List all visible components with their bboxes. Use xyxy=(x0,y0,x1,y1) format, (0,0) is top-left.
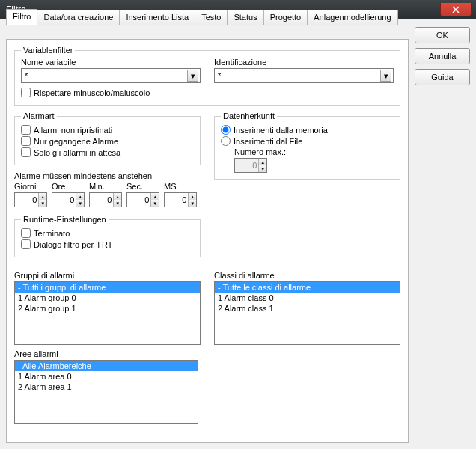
spin-up-icon[interactable]: ▲ xyxy=(150,193,159,200)
checkbox-non-ripristinati[interactable] xyxy=(21,125,31,135)
fieldset-variablenfilter: Variablenfilter Nome variabile * ▾ Ident xyxy=(14,46,400,106)
ok-button[interactable]: OK xyxy=(415,27,470,43)
input-sec[interactable] xyxy=(127,193,150,207)
label-classi: Classi di allarme xyxy=(214,271,400,280)
list-item[interactable]: 2 Alarm class 1 xyxy=(215,303,400,314)
spin-down-icon[interactable]: ▼ xyxy=(113,200,121,207)
spin-sec[interactable]: ▲▼ xyxy=(126,192,159,207)
spin-up-icon: ▲ xyxy=(258,159,266,165)
checkbox-terminato[interactable] xyxy=(21,228,31,238)
spin-up-icon[interactable]: ▲ xyxy=(76,193,84,200)
tab-testo[interactable]: Testo xyxy=(195,10,228,25)
spin-ore[interactable]: ▲▼ xyxy=(52,192,85,207)
checkbox-terminato-row[interactable]: Terminato xyxy=(21,228,194,238)
cancel-button[interactable]: Annulla xyxy=(415,48,470,64)
radio-file-row[interactable]: Inserimenti dal File xyxy=(221,136,394,146)
legend-runtime: Runtime-Einstellungen xyxy=(21,215,109,224)
label-gruppi: Gruppi di allarmi xyxy=(14,271,201,280)
tab-filtro[interactable]: Filtro xyxy=(6,9,37,25)
fieldset-datenherkunft: Datenherkunft Inserimenti dalla memoria … xyxy=(214,112,400,180)
listbox-classi[interactable]: - Tutte le classi di allarme 1 Alarm cla… xyxy=(214,281,400,345)
radio-memoria[interactable] xyxy=(221,125,231,135)
spin-down-icon[interactable]: ▼ xyxy=(188,200,196,207)
checkbox-attesa-row[interactable]: Solo gli allarmi in attesa xyxy=(21,147,194,157)
spin-ms[interactable]: ▲▼ xyxy=(164,192,197,207)
chevron-down-icon: ▾ xyxy=(380,70,391,82)
list-item[interactable]: 1 Alarm group 0 xyxy=(15,293,200,303)
input-numero-max xyxy=(235,159,258,172)
tab-strip: Filtro Data/ora creazione Inserimento Li… xyxy=(6,9,397,24)
label-identificazione: Identificazione xyxy=(214,58,394,67)
label-aree: Aree allarmi xyxy=(14,349,400,358)
spin-down-icon[interactable]: ▼ xyxy=(38,200,46,207)
radio-memoria-row[interactable]: Inserimenti dalla memoria xyxy=(221,125,394,135)
label-nome-variabile: Nome variabile xyxy=(21,58,201,67)
legend-alarmart: Alarmart xyxy=(21,112,57,120)
chevron-down-icon: ▾ xyxy=(187,70,198,82)
checkbox-dialogo-rt[interactable] xyxy=(21,239,31,249)
dropdown-identificazione[interactable]: * ▾ xyxy=(214,68,394,83)
input-min[interactable] xyxy=(90,193,113,207)
help-button[interactable]: Guida xyxy=(415,69,470,85)
close-icon xyxy=(452,6,460,13)
spin-up-icon[interactable]: ▲ xyxy=(188,193,196,200)
input-ore[interactable] xyxy=(52,193,76,207)
legend-datenherkunft: Datenherkunft xyxy=(221,112,277,120)
checkbox-non-ripristinati-row[interactable]: Allarmi non ripristinati xyxy=(21,125,194,135)
spin-down-icon[interactable]: ▼ xyxy=(76,200,84,207)
spin-giorni[interactable]: ▲▼ xyxy=(14,192,47,207)
checkbox-gegangene[interactable] xyxy=(21,136,31,146)
input-giorni[interactable] xyxy=(15,193,38,207)
list-item[interactable]: 1 Alarm class 0 xyxy=(215,293,400,303)
label-case: Rispettare minuscolo/maiuscolo xyxy=(34,88,150,97)
spin-up-icon[interactable]: ▲ xyxy=(113,193,121,200)
checkbox-gegangene-row[interactable]: Nur gegangene Alarme xyxy=(21,136,194,146)
list-item[interactable]: 2 Alarm area 1 xyxy=(15,382,198,392)
tab-status[interactable]: Status xyxy=(227,10,263,25)
list-item[interactable]: - Tutti i gruppi di allarme xyxy=(15,282,200,293)
list-item[interactable]: 2 Alarm group 1 xyxy=(15,303,200,314)
tab-anlagen[interactable]: Anlagenmodellierung xyxy=(307,10,397,25)
dropdown-ident-value: * xyxy=(218,71,221,80)
tab-inserimento[interactable]: Inserimento Lista xyxy=(119,10,195,25)
spin-up-icon[interactable]: ▲ xyxy=(38,193,46,200)
legend-variablenfilter: Variablenfilter xyxy=(21,46,75,55)
fieldset-runtime: Runtime-Einstellungen Terminato Dialogo … xyxy=(14,215,201,257)
close-button[interactable] xyxy=(440,3,472,16)
spin-min[interactable]: ▲▼ xyxy=(89,192,122,207)
checkbox-case[interactable] xyxy=(21,88,31,97)
tab-dataora[interactable]: Data/ora creazione xyxy=(37,10,120,25)
checkbox-case-row[interactable]: Rispettare minuscolo/maiuscolo xyxy=(21,88,394,97)
spin-down-icon[interactable]: ▼ xyxy=(150,200,159,207)
label-minalarm: Alarme müssen mindestens anstehen xyxy=(14,171,201,180)
dropdown-nome-value: * xyxy=(25,71,28,80)
label-numero-max: Numero max.: xyxy=(234,147,394,156)
radio-file[interactable] xyxy=(221,136,231,146)
input-ms[interactable] xyxy=(165,193,188,207)
duration-row: Giorni▲▼ Ore▲▼ Min.▲▼ Sec.▲▼ MS▲▼ xyxy=(14,182,201,207)
tab-progetto[interactable]: Progetto xyxy=(263,10,308,25)
spin-numero-max: ▲▼ xyxy=(234,158,267,173)
checkbox-dialogo-rt-row[interactable]: Dialogo filtro per il RT xyxy=(21,239,194,249)
listbox-gruppi[interactable]: - Tutti i gruppi di allarme 1 Alarm grou… xyxy=(14,281,201,345)
fieldset-alarmart: Alarmart Allarmi non ripristinati Nur ge… xyxy=(14,112,201,165)
listbox-aree[interactable]: - Alle Alarmbereiche 1 Alarm area 0 2 Al… xyxy=(14,360,198,424)
dropdown-nome-variabile[interactable]: * ▾ xyxy=(21,68,201,83)
checkbox-attesa[interactable] xyxy=(21,147,31,157)
list-item[interactable]: - Alle Alarmbereiche xyxy=(15,361,198,371)
list-item[interactable]: - Tutte le classi di allarme xyxy=(215,282,400,293)
spin-down-icon: ▼ xyxy=(258,165,266,172)
list-item[interactable]: 1 Alarm area 0 xyxy=(15,371,198,382)
